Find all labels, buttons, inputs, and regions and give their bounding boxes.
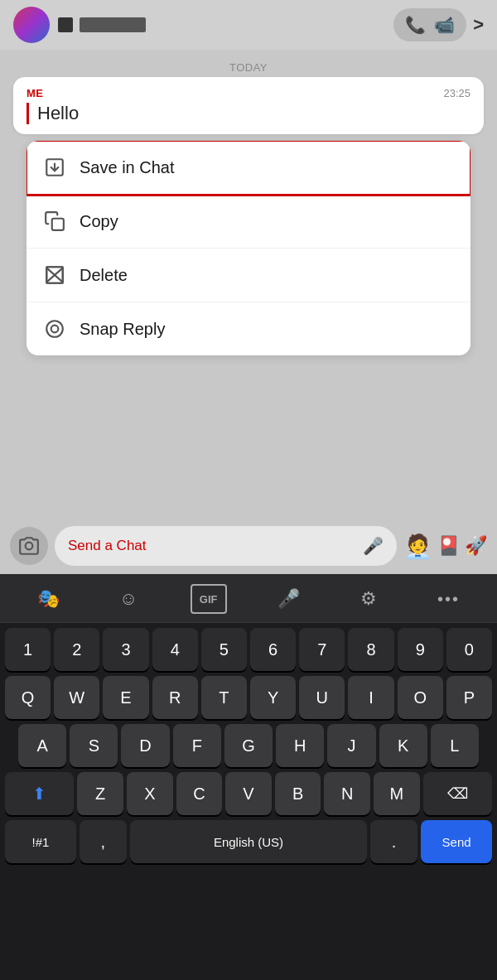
key-g[interactable]: G [224,724,273,767]
top-bar: 📞 📹 > [0,0,497,50]
key-o[interactable]: O [398,676,443,719]
camera-button[interactable] [10,527,48,565]
key-j[interactable]: J [327,724,375,767]
message-time: 23:25 [443,87,470,99]
delete-icon [43,263,66,287]
svg-point-6 [26,543,33,550]
input-bar: Send a Chat 🎤 🧑‍💼 🎴 🚀 [0,518,497,574]
menu-item-delete[interactable]: Delete [27,249,470,302]
key-t[interactable]: T [201,676,247,719]
key-p[interactable]: P [446,676,492,719]
key-w[interactable]: W [54,676,99,719]
special-key[interactable]: !#1 [5,820,76,863]
more-toolbar-btn[interactable]: ••• [431,584,467,614]
top-action-icons: 📞 📹 > [393,8,484,41]
sticker-area: 🧑‍💼 🎴 🚀 [403,533,487,560]
key-n[interactable]: N [324,772,370,815]
send-key[interactable]: Send [421,820,492,863]
sticker-button[interactable]: 🎴 [437,535,460,557]
bottom-row: !#1 , English (US) . Send [0,815,497,880]
key-5[interactable]: 5 [201,628,247,671]
key-1[interactable]: 1 [5,628,51,671]
menu-item-save-in-chat[interactable]: Save in Chat [27,141,470,195]
key-c[interactable]: C [176,772,223,815]
key-z[interactable]: Z [77,772,123,815]
svg-rect-2 [52,219,64,230]
key-b[interactable]: B [275,772,321,815]
key-0[interactable]: 0 [446,628,492,671]
key-7[interactable]: 7 [299,628,345,671]
key-9[interactable]: 9 [398,628,443,671]
key-4[interactable]: 4 [152,628,198,671]
contact-name-text [80,17,146,32]
message-text: Hello [37,103,79,123]
key-u[interactable]: U [299,676,345,719]
settings-toolbar-btn[interactable]: ⚙ [350,584,387,614]
key-k[interactable]: K [379,724,427,767]
chevron-right-icon[interactable]: > [473,14,484,36]
today-label: TODAY [13,56,484,77]
key-h[interactable]: H [276,724,324,767]
key-l[interactable]: L [431,724,479,767]
key-2[interactable]: 2 [54,628,99,671]
key-m[interactable]: M [374,772,420,815]
mic-toolbar-btn[interactable]: 🎤 [270,584,306,614]
call-video-pill[interactable]: 📞 📹 [393,8,466,41]
mic-icon[interactable]: 🎤 [363,536,384,556]
key-y[interactable]: Y [250,676,296,719]
message-body: Hello [27,103,470,124]
key-6[interactable]: 6 [250,628,296,671]
input-placeholder: Send a Chat [68,538,147,554]
period-key[interactable]: . [370,820,417,863]
key-8[interactable]: 8 [348,628,393,671]
gif-toolbar-btn[interactable]: GIF [191,584,227,614]
key-q[interactable]: Q [5,676,51,719]
snap-reply-label: Snap Reply [80,320,165,339]
key-d[interactable]: D [121,724,169,767]
save-in-chat-icon [43,156,66,179]
avatar [13,7,50,43]
keyboard-toolbar: 🎭 ☺ GIF 🎤 ⚙ ••• [0,574,497,623]
shift-key[interactable]: ⬆ [5,772,74,815]
asdf-row: A S D F G H J K L [0,719,497,767]
menu-item-snap-reply[interactable]: Snap Reply [27,302,470,355]
message-bubble: ME 23:25 Hello [13,77,484,134]
message-sender: ME [27,87,44,99]
message-header: ME 23:25 [27,87,470,99]
key-f[interactable]: F [173,724,221,767]
sticker-toolbar-btn[interactable]: 🎭 [30,584,66,614]
keyboard: 🎭 ☺ GIF 🎤 ⚙ ••• 1 2 3 4 5 6 7 8 9 0 Q W … [0,574,497,980]
number-row: 1 2 3 4 5 6 7 8 9 0 [0,623,497,671]
key-r[interactable]: R [152,676,198,719]
svg-point-5 [51,326,59,333]
copy-icon [43,210,66,233]
emoji-toolbar-btn[interactable]: ☺ [110,584,147,614]
key-i[interactable]: I [348,676,393,719]
context-menu: Save in Chat Copy [27,141,470,355]
key-a[interactable]: A [18,724,66,767]
rocket-icon[interactable]: 🚀 [465,535,487,557]
snap-reply-icon [43,317,66,340]
chat-area: TODAY ME 23:25 Hello Save in Chat [0,50,497,365]
key-3[interactable]: 3 [103,628,148,671]
svg-point-4 [46,321,63,337]
key-s[interactable]: S [70,724,118,767]
copy-label: Copy [80,212,118,231]
save-in-chat-label: Save in Chat [80,158,175,177]
backspace-key[interactable]: ⌫ [423,772,492,815]
key-x[interactable]: X [127,772,173,815]
chat-input-field[interactable]: Send a Chat 🎤 [55,526,397,566]
bitmoji-sticker[interactable]: 🧑‍💼 [403,533,432,560]
qwerty-row: Q W E R T Y U I O P [0,671,497,719]
comma-key[interactable]: , [80,820,127,863]
menu-item-copy[interactable]: Copy [27,195,470,249]
name-initial-block [58,17,73,32]
delete-label: Delete [80,266,128,285]
key-v[interactable]: V [225,772,272,815]
key-e[interactable]: E [103,676,148,719]
zxcv-row: ⬆ Z X C V B N M ⌫ [0,767,497,815]
contact-name-block [58,17,393,32]
space-key[interactable]: English (US) [130,820,367,863]
phone-icon[interactable]: 📞 [405,15,426,35]
video-icon[interactable]: 📹 [434,15,455,35]
